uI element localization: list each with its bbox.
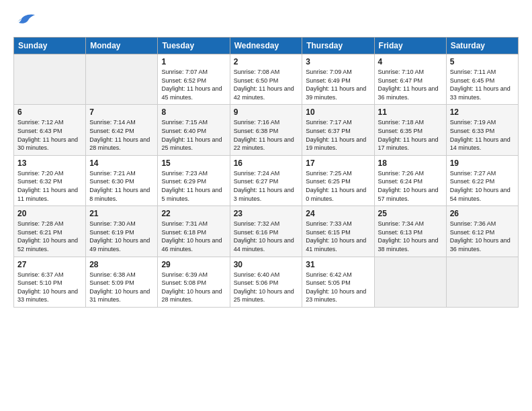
day-cell: 11 Sunrise: 7:18 AMSunset: 6:35 PMDaylig…: [374, 105, 446, 155]
day-cell: 21 Sunrise: 7:30 AMSunset: 6:19 PMDaylig…: [86, 206, 158, 257]
day-number: 13: [17, 158, 82, 168]
day-number: 30: [234, 260, 299, 269]
logo-bird-icon: [16, 11, 36, 30]
day-info: Sunrise: 7:28 AMSunset: 6:21 PMDaylight:…: [17, 220, 82, 253]
day-info: Sunrise: 7:19 AMSunset: 6:33 PMDaylight:…: [450, 118, 515, 152]
col-header-wednesday: Wednesday: [230, 38, 302, 54]
day-cell: 26 Sunrise: 7:36 AMSunset: 6:12 PMDaylig…: [446, 206, 518, 257]
week-row-5: 27 Sunrise: 6:37 AMSunset: 5:10 PMDaylig…: [14, 257, 519, 307]
day-number: 11: [378, 107, 443, 117]
col-header-friday: Friday: [374, 38, 446, 54]
day-cell: 2 Sunrise: 7:08 AMSunset: 6:50 PMDayligh…: [230, 54, 302, 105]
day-number: 23: [234, 209, 299, 218]
col-header-thursday: Thursday: [302, 38, 374, 54]
day-info: Sunrise: 7:09 AMSunset: 6:49 PMDaylight:…: [306, 68, 370, 101]
day-number: 24: [306, 209, 370, 218]
day-info: Sunrise: 7:31 AMSunset: 6:18 PMDaylight:…: [161, 220, 226, 253]
day-number: 12: [450, 107, 515, 117]
day-info: Sunrise: 7:20 AMSunset: 6:32 PMDaylight:…: [17, 169, 82, 203]
day-number: 18: [378, 158, 443, 168]
day-cell: 31 Sunrise: 6:42 AMSunset: 5:05 PMDaylig…: [302, 257, 374, 307]
day-info: Sunrise: 7:12 AMSunset: 6:43 PMDaylight:…: [17, 118, 82, 152]
day-cell: 16 Sunrise: 7:24 AMSunset: 6:27 PMDaylig…: [230, 155, 302, 205]
day-info: Sunrise: 6:40 AMSunset: 5:06 PMDaylight:…: [234, 271, 299, 304]
day-cell: 22 Sunrise: 7:31 AMSunset: 6:18 PMDaylig…: [158, 206, 230, 257]
day-cell: 3 Sunrise: 7:09 AMSunset: 6:49 PMDayligh…: [302, 54, 374, 105]
day-number: 4: [378, 57, 443, 66]
day-number: 31: [306, 260, 370, 269]
day-cell: 6 Sunrise: 7:12 AMSunset: 6:43 PMDayligh…: [14, 105, 86, 155]
day-cell: 9 Sunrise: 7:16 AMSunset: 6:38 PMDayligh…: [230, 105, 302, 155]
day-number: 1: [161, 57, 226, 66]
day-number: 20: [17, 209, 82, 218]
day-number: 2: [234, 57, 299, 66]
day-cell: 15 Sunrise: 7:23 AMSunset: 6:29 PMDaylig…: [158, 155, 230, 205]
day-number: 26: [450, 209, 515, 218]
day-info: Sunrise: 7:17 AMSunset: 6:37 PMDaylight:…: [306, 118, 370, 152]
day-info: Sunrise: 7:15 AMSunset: 6:40 PMDaylight:…: [161, 118, 226, 152]
day-info: Sunrise: 7:36 AMSunset: 6:12 PMDaylight:…: [450, 220, 515, 253]
day-number: 27: [17, 260, 82, 269]
day-info: Sunrise: 7:18 AMSunset: 6:35 PMDaylight:…: [378, 118, 443, 152]
day-number: 15: [161, 158, 226, 168]
day-number: 21: [89, 209, 154, 218]
col-header-saturday: Saturday: [446, 38, 518, 54]
day-info: Sunrise: 7:23 AMSunset: 6:29 PMDaylight:…: [161, 169, 226, 203]
day-cell: 19 Sunrise: 7:27 AMSunset: 6:22 PMDaylig…: [446, 155, 518, 205]
day-cell: 28 Sunrise: 6:38 AMSunset: 5:09 PMDaylig…: [86, 257, 158, 307]
week-row-4: 20 Sunrise: 7:28 AMSunset: 6:21 PMDaylig…: [14, 206, 519, 257]
day-number: 6: [17, 107, 82, 117]
week-row-1: 1 Sunrise: 7:07 AMSunset: 6:52 PMDayligh…: [14, 54, 519, 105]
day-cell: 7 Sunrise: 7:14 AMSunset: 6:42 PMDayligh…: [86, 105, 158, 155]
day-cell: 5 Sunrise: 7:11 AMSunset: 6:45 PMDayligh…: [446, 54, 518, 105]
day-info: Sunrise: 7:11 AMSunset: 6:45 PMDaylight:…: [450, 68, 515, 101]
day-cell: [446, 257, 518, 307]
logo: [13, 11, 36, 30]
day-cell: [14, 54, 86, 105]
day-info: Sunrise: 7:24 AMSunset: 6:27 PMDaylight:…: [234, 169, 299, 203]
day-cell: 4 Sunrise: 7:10 AMSunset: 6:47 PMDayligh…: [374, 54, 446, 105]
week-row-3: 13 Sunrise: 7:20 AMSunset: 6:32 PMDaylig…: [14, 155, 519, 205]
day-info: Sunrise: 7:21 AMSunset: 6:30 PMDaylight:…: [89, 169, 154, 203]
day-info: Sunrise: 7:14 AMSunset: 6:42 PMDaylight:…: [89, 118, 154, 152]
day-cell: 27 Sunrise: 6:37 AMSunset: 5:10 PMDaylig…: [14, 257, 86, 307]
main-container: SundayMondayTuesdayWednesdayThursdayFrid…: [0, 0, 532, 314]
day-cell: 10 Sunrise: 7:17 AMSunset: 6:37 PMDaylig…: [302, 105, 374, 155]
header: [13, 11, 519, 30]
day-cell: 18 Sunrise: 7:26 AMSunset: 6:24 PMDaylig…: [374, 155, 446, 205]
day-info: Sunrise: 7:10 AMSunset: 6:47 PMDaylight:…: [378, 68, 443, 101]
day-info: Sunrise: 7:08 AMSunset: 6:50 PMDaylight:…: [234, 68, 299, 101]
day-number: 25: [378, 209, 443, 218]
day-number: 22: [161, 209, 226, 218]
day-info: Sunrise: 7:27 AMSunset: 6:22 PMDaylight:…: [450, 169, 515, 203]
day-cell: 24 Sunrise: 7:33 AMSunset: 6:15 PMDaylig…: [302, 206, 374, 257]
day-cell: 23 Sunrise: 7:32 AMSunset: 6:16 PMDaylig…: [230, 206, 302, 257]
day-info: Sunrise: 7:34 AMSunset: 6:13 PMDaylight:…: [378, 220, 443, 253]
day-cell: 13 Sunrise: 7:20 AMSunset: 6:32 PMDaylig…: [14, 155, 86, 205]
day-info: Sunrise: 7:07 AMSunset: 6:52 PMDaylight:…: [161, 68, 226, 101]
day-number: 14: [89, 158, 154, 168]
col-header-sunday: Sunday: [14, 38, 86, 54]
day-info: Sunrise: 7:30 AMSunset: 6:19 PMDaylight:…: [89, 220, 154, 253]
day-cell: 25 Sunrise: 7:34 AMSunset: 6:13 PMDaylig…: [374, 206, 446, 257]
day-number: 28: [89, 260, 154, 269]
day-number: 8: [161, 107, 226, 117]
day-info: Sunrise: 7:26 AMSunset: 6:24 PMDaylight:…: [378, 169, 443, 203]
day-number: 10: [306, 107, 370, 117]
day-number: 3: [306, 57, 370, 66]
day-cell: [374, 257, 446, 307]
day-number: 5: [450, 57, 515, 66]
day-cell: 30 Sunrise: 6:40 AMSunset: 5:06 PMDaylig…: [230, 257, 302, 307]
day-number: 29: [161, 260, 226, 269]
day-info: Sunrise: 7:33 AMSunset: 6:15 PMDaylight:…: [306, 220, 370, 253]
day-cell: 17 Sunrise: 7:25 AMSunset: 6:25 PMDaylig…: [302, 155, 374, 205]
day-cell: 14 Sunrise: 7:21 AMSunset: 6:30 PMDaylig…: [86, 155, 158, 205]
day-cell: 1 Sunrise: 7:07 AMSunset: 6:52 PMDayligh…: [158, 54, 230, 105]
week-row-2: 6 Sunrise: 7:12 AMSunset: 6:43 PMDayligh…: [14, 105, 519, 155]
day-cell: 12 Sunrise: 7:19 AMSunset: 6:33 PMDaylig…: [446, 105, 518, 155]
day-info: Sunrise: 6:42 AMSunset: 5:05 PMDaylight:…: [306, 271, 370, 304]
day-number: 9: [234, 107, 299, 117]
day-info: Sunrise: 6:37 AMSunset: 5:10 PMDaylight:…: [17, 271, 82, 304]
day-number: 19: [450, 158, 515, 168]
day-number: 16: [234, 158, 299, 168]
